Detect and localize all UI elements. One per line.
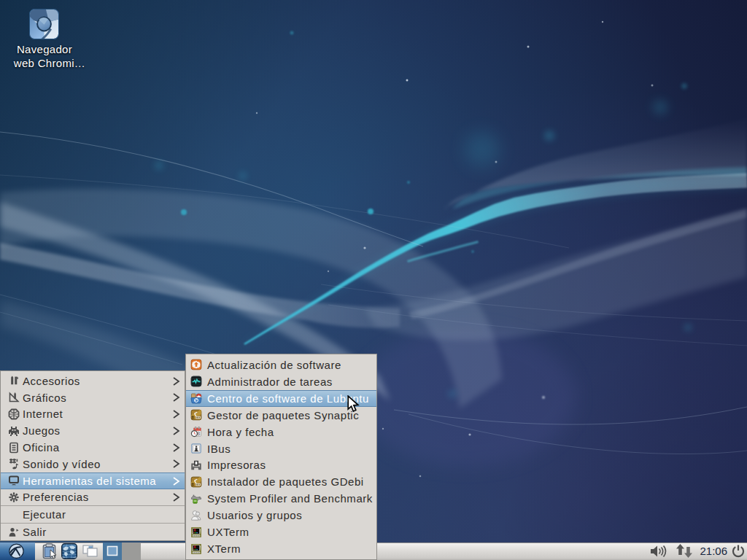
svg-text:X: X <box>193 528 196 532</box>
svg-text:X: X <box>193 545 196 549</box>
